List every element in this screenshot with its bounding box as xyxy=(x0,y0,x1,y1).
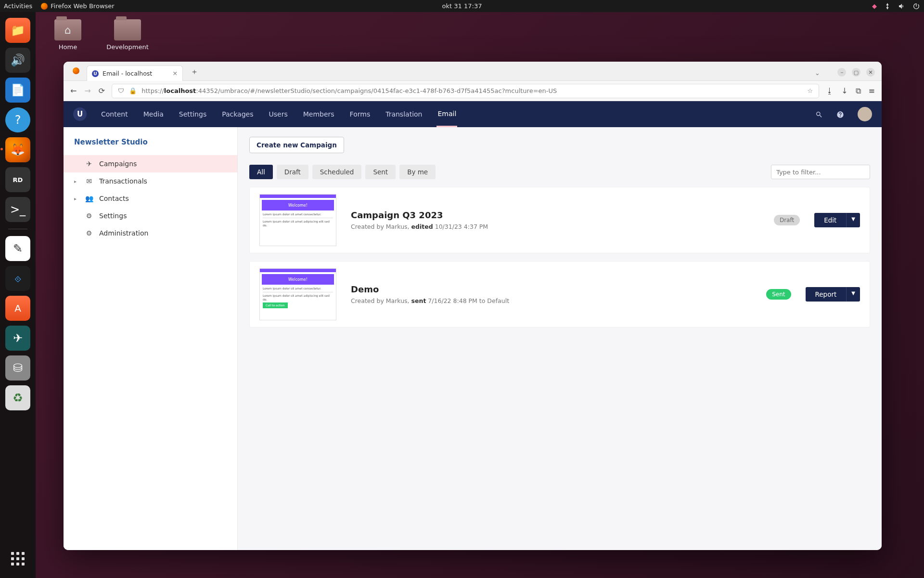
dock-writer[interactable]: 📄 xyxy=(5,78,30,103)
filter-input[interactable] xyxy=(771,165,870,179)
accessibility-icon[interactable]: ◆ xyxy=(872,2,877,10)
umbraco-topnav: U ContentMediaSettingsPackagesUsersMembe… xyxy=(64,101,882,127)
campaign-card: Welcome! Lorem ipsum dolor sit amet cons… xyxy=(249,261,870,328)
filter-by-me[interactable]: By me xyxy=(399,165,436,179)
sidebar-item-contacts[interactable]: ▸👥Contacts xyxy=(64,190,237,207)
nav-media[interactable]: Media xyxy=(142,102,165,126)
pocket-icon[interactable]: ⭳ xyxy=(826,86,834,95)
filter-sent[interactable]: Sent xyxy=(365,165,396,179)
desktop-dev-folder[interactable]: Development xyxy=(106,19,149,51)
desktop-home-folder[interactable]: ⌂ Home xyxy=(46,19,90,51)
dock-files[interactable]: 📁 xyxy=(5,18,30,43)
firefox-icon xyxy=(41,3,48,10)
nav-translation[interactable]: Translation xyxy=(385,102,423,126)
umbraco-app: U ContentMediaSettingsPackagesUsersMembe… xyxy=(64,101,882,550)
downloads-icon[interactable]: ↓ xyxy=(841,86,847,95)
filter-all[interactable]: All xyxy=(249,165,273,179)
action-dropdown[interactable]: ▼ xyxy=(846,287,860,302)
dock-vscode[interactable]: ⟐ xyxy=(5,266,30,291)
nav-packages[interactable]: Packages xyxy=(221,102,254,126)
activities-button[interactable]: Activities xyxy=(4,2,32,10)
nav-forward-icon[interactable]: → xyxy=(84,86,90,95)
dock-disks[interactable]: ⛁ xyxy=(5,355,30,381)
nav-members[interactable]: Members xyxy=(302,102,335,126)
report-button[interactable]: Report xyxy=(806,287,847,302)
action-dropdown[interactable]: ▼ xyxy=(846,213,860,227)
mail-icon: ✉ xyxy=(85,177,93,185)
nav-content[interactable]: Content xyxy=(100,102,129,126)
user-avatar[interactable] xyxy=(858,107,872,121)
dock-rider[interactable]: RD xyxy=(5,167,30,192)
sidebar-item-label: Campaigns xyxy=(99,160,137,168)
sidebar-item-label: Transactionals xyxy=(99,177,147,185)
create-campaign-button[interactable]: Create new Campaign xyxy=(249,137,344,153)
edit-button[interactable]: Edit xyxy=(814,213,846,227)
filter-scheduled[interactable]: Scheduled xyxy=(312,165,362,179)
window-maximize[interactable]: ▢ xyxy=(852,68,860,77)
topbar-app-label: Firefox Web Browser xyxy=(51,2,114,10)
section-sidebar: Newsletter Studio ✈Campaigns▸✉Transactio… xyxy=(64,127,238,550)
new-tab-button[interactable]: ＋ xyxy=(188,65,201,79)
nav-reload-icon[interactable]: ⟳ xyxy=(99,86,105,95)
shield-icon: 🛡 xyxy=(118,87,124,94)
help-icon[interactable] xyxy=(836,110,844,118)
expand-icon[interactable]: ▸ xyxy=(74,196,79,201)
tab-close-icon[interactable]: ✕ xyxy=(173,70,178,77)
dock-separator xyxy=(8,229,27,229)
sidebar-item-label: Contacts xyxy=(99,195,129,202)
url-bar[interactable]: 🛡 🔒 https://localhost:44352/umbraco/#/ne… xyxy=(112,84,819,98)
status-badge: Sent xyxy=(766,289,791,300)
network-icon[interactable] xyxy=(884,2,891,10)
sidebar-item-label: Settings xyxy=(99,212,127,220)
campaign-action: Report ▼ xyxy=(806,287,860,302)
lock-icon: 🔒 xyxy=(129,87,137,94)
dock-firefox[interactable]: 🦊 xyxy=(5,137,30,162)
dock-music[interactable]: 🔊 xyxy=(5,48,30,73)
window-close[interactable]: ✕ xyxy=(866,68,875,77)
nav-back-icon[interactable]: ← xyxy=(70,86,77,95)
sidebar-item-administration[interactable]: ⚙Administration xyxy=(64,224,237,242)
campaign-meta: Created by Markus, edited 10/31/23 4:37 … xyxy=(351,223,759,230)
nav-email[interactable]: Email xyxy=(436,102,457,127)
firefox-window: U Email - localhost ✕ ＋ ⌄ － ▢ ✕ ← → ⟳ 🛡 … xyxy=(64,62,882,550)
sidebar-item-settings[interactable]: ⚙Settings xyxy=(64,207,237,224)
sidebar-item-transactionals[interactable]: ▸✉Transactionals xyxy=(64,172,237,190)
search-icon[interactable] xyxy=(815,110,823,118)
nav-users[interactable]: Users xyxy=(268,102,289,126)
dock-text-editor[interactable]: ✎ xyxy=(5,236,30,261)
gear-icon: ⚙ xyxy=(85,229,93,237)
home-icon: ⌂ xyxy=(54,19,81,40)
window-minimize[interactable]: － xyxy=(837,68,846,77)
sidebar-item-campaigns[interactable]: ✈Campaigns xyxy=(64,155,237,172)
tab-list-button[interactable]: ⌄ xyxy=(815,69,820,77)
sidebar-item-label: Administration xyxy=(99,229,148,237)
extensions-icon[interactable]: ⧉ xyxy=(856,86,861,95)
campaign-thumbnail[interactable]: Welcome! Lorem ipsum dolor sit amet cons… xyxy=(259,268,336,320)
firefox-app-icon[interactable] xyxy=(68,63,84,79)
tab-title: Email - localhost xyxy=(103,70,152,77)
expand-icon[interactable]: ▸ xyxy=(74,179,79,184)
browser-tab[interactable]: U Email - localhost ✕ xyxy=(87,66,183,81)
desktop-dev-label: Development xyxy=(106,43,149,51)
dock-terminal[interactable]: >_ xyxy=(5,197,30,222)
campaign-thumbnail[interactable]: Welcome! Lorem ipsum dolor sit amet cons… xyxy=(259,194,336,246)
power-icon[interactable] xyxy=(912,2,920,10)
dock-app1[interactable]: ✈ xyxy=(5,326,30,351)
nav-settings[interactable]: Settings xyxy=(178,102,207,126)
umbraco-logo[interactable]: U xyxy=(73,107,87,121)
filter-bar: AllDraftScheduledSentBy me xyxy=(249,165,870,179)
nav-forms[interactable]: Forms xyxy=(349,102,372,126)
hamburger-menu-icon[interactable]: ≡ xyxy=(869,86,875,95)
filter-draft[interactable]: Draft xyxy=(277,165,308,179)
topbar-app-indicator[interactable]: Firefox Web Browser xyxy=(41,2,114,10)
dock-show-apps[interactable] xyxy=(5,546,30,571)
campaign-card: Welcome! Lorem ipsum dolor sit amet cons… xyxy=(249,187,870,253)
dock-help[interactable]: ? xyxy=(5,107,30,132)
campaign-title: Campaign Q3 2023 xyxy=(351,210,759,220)
topbar-clock[interactable]: okt 31 17:37 xyxy=(442,2,482,10)
dock-trash[interactable]: ♻ xyxy=(5,385,30,410)
bookmark-star-icon[interactable]: ☆ xyxy=(808,87,813,94)
campaign-title: Demo xyxy=(351,284,752,294)
dock-software[interactable]: A xyxy=(5,296,30,321)
volume-icon[interactable] xyxy=(898,2,906,10)
